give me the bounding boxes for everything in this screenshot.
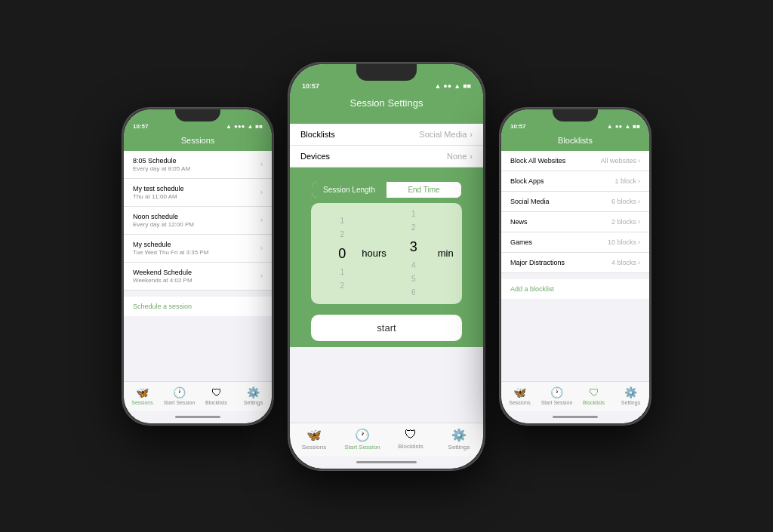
notch-middle: [356, 64, 417, 81]
time-right: 10:57: [510, 123, 525, 130]
list-item[interactable]: 8:05 Schedule Every day at 8:05 AM ›: [124, 151, 272, 179]
schedule-session-button[interactable]: Schedule a session: [124, 297, 272, 316]
devices-row[interactable]: Devices None ›: [290, 146, 483, 168]
gear-icon: ⚙️: [451, 428, 467, 442]
clock-icon: 🕐: [355, 428, 370, 442]
min-label: min: [438, 248, 454, 259]
section-gap: [501, 273, 649, 279]
list-item[interactable]: My test schedule Thu at 11:00 AM ›: [124, 179, 272, 207]
screen-middle: 10:57 ▲ ●● ▲ ■■ Session Settings Blockli…: [290, 64, 483, 469]
shield-icon: 🛡: [405, 428, 417, 441]
tab-start-session[interactable]: 🕐 Start Session: [161, 385, 198, 407]
blocklists-row[interactable]: Blocklists Social Media ›: [290, 124, 483, 146]
tab-sessions[interactable]: 🦋 Sessions: [124, 385, 161, 407]
list-item[interactable]: Weekend Schedule Weekends at 4:02 PM ›: [124, 263, 272, 291]
tab-sessions[interactable]: 🦋 Sessions: [290, 426, 338, 452]
blocklists-list: Block All Websites All websites › Block …: [501, 151, 649, 273]
tab-start-session[interactable]: 🕐 Start Session: [338, 426, 386, 452]
home-indicator: [501, 411, 649, 423]
content-right: Block All Websites All websites › Block …: [501, 151, 649, 381]
nav-header-middle: Session Settings: [290, 91, 483, 116]
time-picker: 1 2 0 1 2 hours 1 2 3: [311, 203, 462, 304]
chevron-icon: ›: [260, 272, 263, 280]
start-button[interactable]: start: [311, 315, 462, 341]
phone-right: 10:57 ▲ ●● ▲ ■■ Blocklists Block All Web…: [500, 108, 651, 425]
clock-icon: 🕐: [173, 386, 186, 398]
screen-left: 10:57 ▲ ●●● ▲ ■■ Sessions 8:05 Schedule …: [124, 109, 272, 423]
butterfly-icon: 🦋: [306, 428, 322, 442]
tab-bar-middle: 🦋 Sessions 🕐 Start Session 🛡 Blocklists …: [290, 423, 483, 457]
end-time-btn[interactable]: End Time: [386, 182, 461, 198]
blocklist-item[interactable]: News 2 blocks ›: [501, 212, 649, 232]
butterfly-icon: 🦋: [513, 386, 526, 398]
nav-header-right: Blocklists: [501, 131, 649, 151]
chevron-icon: ›: [260, 244, 263, 252]
tab-settings[interactable]: ⚙️ Settings: [235, 385, 272, 407]
tab-blocklists[interactable]: 🛡 Blocklists: [198, 385, 235, 407]
tab-settings[interactable]: ⚙️ Settings: [612, 385, 649, 407]
notch-left: [175, 109, 220, 121]
chevron-icon: ›: [260, 160, 263, 168]
status-icons-right: ▲ ●● ▲ ■■: [607, 123, 640, 130]
sessions-list: 8:05 Schedule Every day at 8:05 AM › My …: [124, 151, 272, 291]
chevron-icon: ›: [638, 259, 640, 266]
chevron-icon: ›: [260, 188, 263, 196]
shield-icon: 🛡: [589, 386, 599, 398]
blocklist-item[interactable]: Social Media 6 blocks ›: [501, 192, 649, 212]
content-middle: Blocklists Social Media › Devices None ›: [290, 116, 483, 423]
session-controls: Session Length End Time 1 2 0 1 2: [290, 168, 483, 347]
phones-container: 10:57 ▲ ●●● ▲ ■■ Sessions 8:05 Schedule …: [107, 48, 666, 485]
tab-sessions[interactable]: 🦋 Sessions: [501, 385, 538, 407]
home-bar: [356, 461, 417, 463]
chevron-icon: ›: [638, 198, 640, 205]
session-length-btn[interactable]: Session Length: [312, 182, 386, 198]
home-bar: [553, 416, 598, 418]
chevron-icon: ›: [260, 216, 263, 224]
tab-start-session[interactable]: 🕐 Start Session: [538, 385, 575, 407]
segment-control: Session Length End Time: [311, 181, 462, 198]
chevron-icon: ›: [470, 152, 473, 161]
hours-picker: 1 2 0 1 2: [319, 214, 365, 293]
home-indicator: [290, 457, 483, 469]
chevron-icon: ›: [470, 130, 473, 139]
chevron-icon: ›: [638, 177, 640, 185]
tab-blocklists[interactable]: 🛡 Blocklists: [575, 385, 612, 407]
status-icons-middle: ▲ ●● ▲ ■■: [434, 82, 471, 90]
mins-picker: 1 2 3 4 5 6: [391, 208, 436, 300]
tab-bar-right: 🦋 Sessions 🕐 Start Session 🛡 Blocklists …: [501, 381, 649, 411]
add-blocklist-button[interactable]: Add a blocklist: [501, 279, 649, 299]
home-indicator: [124, 411, 272, 423]
list-item[interactable]: My schedule Tue Wed Thu Fri at 3:35 PM ›: [124, 235, 272, 263]
blocklist-item[interactable]: Block All Websites All websites ›: [501, 151, 649, 171]
clock-icon: 🕐: [550, 386, 563, 398]
blocklist-item[interactable]: Block Apps 1 block ›: [501, 171, 649, 192]
screen-right: 10:57 ▲ ●● ▲ ■■ Blocklists Block All Web…: [501, 109, 649, 423]
gear-icon: ⚙️: [247, 386, 260, 398]
time-left: 10:57: [133, 123, 148, 130]
tab-settings[interactable]: ⚙️ Settings: [435, 426, 483, 452]
blocklist-item[interactable]: Major Distractions 4 blocks ›: [501, 253, 649, 273]
tab-blocklists[interactable]: 🛡 Blocklists: [386, 426, 435, 452]
chevron-icon: ›: [638, 218, 640, 226]
hours-label: hours: [362, 248, 386, 259]
list-item[interactable]: Noon schedule Every day at 12:00 PM ›: [124, 207, 272, 235]
chevron-icon: ›: [638, 157, 640, 165]
butterfly-icon: 🦋: [136, 386, 149, 398]
shield-icon: 🛡: [211, 386, 222, 398]
chevron-icon: ›: [638, 238, 640, 246]
time-middle: 10:57: [302, 82, 319, 90]
section-gap: [124, 291, 272, 297]
phone-left: 10:57 ▲ ●●● ▲ ■■ Sessions 8:05 Schedule …: [122, 108, 273, 425]
blocklist-item[interactable]: Games 10 blocks ›: [501, 232, 649, 253]
content-left: 8:05 Schedule Every day at 8:05 AM › My …: [124, 151, 272, 381]
notch-right: [553, 109, 598, 121]
nav-header-left: Sessions: [124, 131, 272, 151]
tab-bar-left: 🦋 Sessions 🕐 Start Session 🛡 Blocklists …: [124, 381, 272, 411]
status-icons-left: ▲ ●●● ▲ ■■: [226, 123, 263, 130]
phone-middle: 10:57 ▲ ●● ▲ ■■ Session Settings Blockli…: [288, 63, 485, 470]
green-spacer: [290, 116, 483, 124]
gear-icon: ⚙️: [624, 386, 637, 398]
home-bar: [175, 416, 220, 418]
